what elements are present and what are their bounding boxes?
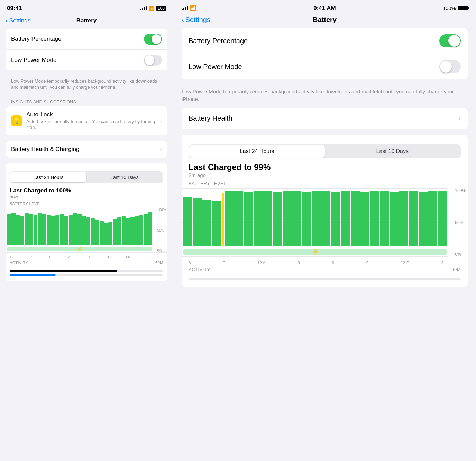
battery-left: 100 — [156, 6, 166, 11]
toggle-knob-battery-right — [448, 35, 460, 47]
chart-y-labels-right: 100% 50% 0% — [455, 188, 466, 257]
signal-bars-left — [140, 6, 147, 10]
battery-health-chevron-left: › — [160, 146, 162, 152]
battery-chart-right: ⚡ 100% 50% 0% — [182, 188, 468, 257]
activity-max-right: 60m — [451, 267, 461, 272]
activity-label-left: ACTIVITY — [10, 261, 28, 265]
battery-icon-right — [458, 6, 468, 10]
low-power-description-left: Low Power Mode temporarily reduces backg… — [6, 76, 167, 94]
battery-level-label-left: BATTERY LEVEL — [10, 201, 163, 206]
low-power-mode-row-left: Low Power Mode — [6, 50, 167, 70]
nav-bar-left: ‹ Settings Battery — [0, 15, 173, 29]
time-right: 9:41 AM — [313, 5, 336, 12]
auto-lock-item-left[interactable]: 💡 Auto-Lock Auto-Lock is currently turne… — [6, 106, 167, 135]
battery-health-row-right[interactable]: Battery Health › — [182, 108, 468, 129]
charge-lightning-right: ⚡ — [311, 248, 319, 256]
content-right: Battery Percentage Low Power Mode Low Po… — [173, 28, 476, 287]
back-label-left: Settings — [9, 17, 30, 24]
nav-bar-right: ‹ Settings Battery — [173, 14, 476, 28]
chart-bars-right — [182, 188, 448, 257]
time-left: 09:41 — [7, 5, 22, 12]
time-selector-right: Last 24 Hours Last 10 Days — [189, 144, 461, 158]
chevron-right-icon: › — [160, 118, 162, 124]
activity-bar-row2-left — [10, 273, 163, 277]
left-phone: 09:41 📶 100 ‹ Settings Battery Battery P… — [0, 0, 173, 461]
charged-subtitle-right: 2m ago — [189, 172, 461, 178]
low-power-mode-label-left: Low Power Mode — [11, 57, 56, 64]
charge-bar-right: ⚡ — [183, 249, 447, 255]
back-chevron-right: ‹ — [182, 16, 184, 24]
right-phone: 📶 9:41 AM 100% ‹ Settings Battery Batter… — [173, 0, 476, 461]
toggle-knob — [152, 34, 161, 44]
activity-section-right: ACTIVITY 60m — [182, 267, 468, 287]
battery-health-chevron-right: › — [458, 114, 461, 123]
low-power-mode-toggle-right[interactable] — [439, 60, 461, 73]
battery-health-card-right: Battery Health › — [182, 108, 468, 129]
back-label-right: Settings — [185, 16, 210, 24]
battery-health-row-left[interactable]: Battery Health & Charging › — [6, 141, 167, 158]
low-power-mode-row-right: Low Power Mode — [182, 54, 468, 79]
low-power-description-right: Low Power Mode temporarily reduces backg… — [182, 85, 468, 108]
back-chevron-left: ‹ — [6, 17, 8, 25]
time-option-10d-left[interactable]: Last 10 Days — [86, 172, 163, 182]
auto-lock-content-left: Auto-Lock Auto-Lock is currently turned … — [26, 111, 156, 131]
chart-y-labels-left: 100% 50% 0% — [157, 208, 166, 252]
status-bar-left: 09:41 📶 100 — [0, 0, 173, 15]
charged-subtitle-left: now — [10, 194, 163, 199]
battery-percentage-row-left: Battery Percentage — [6, 29, 167, 50]
back-button-left[interactable]: ‹ Settings — [6, 17, 30, 25]
status-bar-right: 📶 9:41 AM 100% — [173, 0, 476, 14]
charged-title-left: Last Charged to 100% — [10, 187, 163, 194]
page-title-right: Battery — [313, 16, 337, 24]
insights-section-left: INSIGHTS AND SUGGESTIONS 💡 Auto-Lock Aut… — [6, 94, 167, 135]
battery-percentage-toggle-right[interactable] — [439, 34, 461, 47]
time-option-24h-right[interactable]: Last 24 Hours — [189, 145, 325, 158]
battery-percentage-row-right: Battery Percentage — [182, 28, 468, 54]
battery-health-label-right: Battery Health — [189, 114, 232, 122]
battery-level-label-right: BATTERY LEVEL — [189, 181, 461, 186]
battery-health-card-left: Battery Health & Charging › — [6, 141, 167, 158]
activity-section-left: ACTIVITY 60m — [6, 261, 167, 281]
battery-chart-card-left: Last 24 Hours Last 10 Days Last Charged … — [6, 163, 167, 281]
toggles-card-right: Battery Percentage Low Power Mode — [182, 28, 468, 79]
charge-bar-left: ⚡ — [7, 247, 152, 251]
battery-right: 100% — [443, 5, 468, 11]
time-selector-left: Last 24 Hours Last 10 Days — [10, 171, 163, 183]
wifi-icon-left: 📶 — [149, 6, 154, 11]
chart-x-labels-right: 6 9 12 A 3 6 9 12 P 3 — [182, 258, 468, 267]
battery-health-label-left: Battery Health & Charging — [11, 146, 80, 153]
chart-bars-left — [6, 208, 154, 252]
battery-percent-right: 100% — [443, 5, 456, 11]
battery-chart-left: ⚡ 100% 50% 0% — [6, 208, 167, 253]
insights-header-left: INSIGHTS AND SUGGESTIONS — [6, 94, 167, 106]
insights-card-left: 💡 Auto-Lock Auto-Lock is currently turne… — [6, 106, 167, 135]
activity-max-left: 60m — [155, 261, 163, 265]
content-left: Battery Percentage Low Power Mode Low Po… — [0, 29, 173, 281]
charge-lightning-left: ⚡ — [77, 246, 83, 252]
activity-label-right: ACTIVITY — [189, 267, 210, 272]
toggles-card-left: Battery Percentage Low Power Mode — [6, 29, 167, 70]
battery-percentage-label-left: Battery Percentage — [11, 36, 62, 43]
auto-lock-subtitle-left: Auto-Lock is currently turned off. You c… — [26, 119, 156, 131]
low-power-mode-label-right: Low Power Mode — [189, 63, 242, 71]
battery-fill — [459, 6, 467, 10]
auto-lock-title-left: Auto-Lock — [26, 111, 156, 118]
chart-x-labels-left: 12 15 18 21 00 03 06 09 — [6, 254, 167, 261]
time-option-24h-left[interactable]: Last 24 Hours — [10, 172, 86, 182]
toggle-knob-low-right — [440, 61, 452, 73]
time-option-10d-right[interactable]: Last 10 Days — [325, 145, 460, 158]
status-icons-left: 📶 100 — [140, 6, 166, 11]
signal-bars-right — [182, 6, 188, 10]
battery-percentage-toggle-left[interactable] — [144, 34, 162, 45]
battery-percentage-label-right: Battery Percentage — [189, 37, 248, 45]
activity-bar-row-left — [10, 269, 163, 273]
toggle-knob-low — [145, 55, 154, 65]
charged-title-right: Last Charged to 99% — [189, 162, 461, 172]
battery-chart-card-right: Last 24 Hours Last 10 Days Last Charged … — [182, 135, 468, 287]
status-icons-right: 📶 — [182, 5, 196, 11]
auto-lock-icon-left: 💡 — [11, 115, 22, 126]
back-button-right[interactable]: ‹ Settings — [182, 16, 210, 24]
wifi-icon-right: 📶 — [190, 5, 196, 11]
low-power-mode-toggle-left[interactable] — [144, 55, 162, 66]
activity-bar-row-right — [189, 277, 461, 282]
